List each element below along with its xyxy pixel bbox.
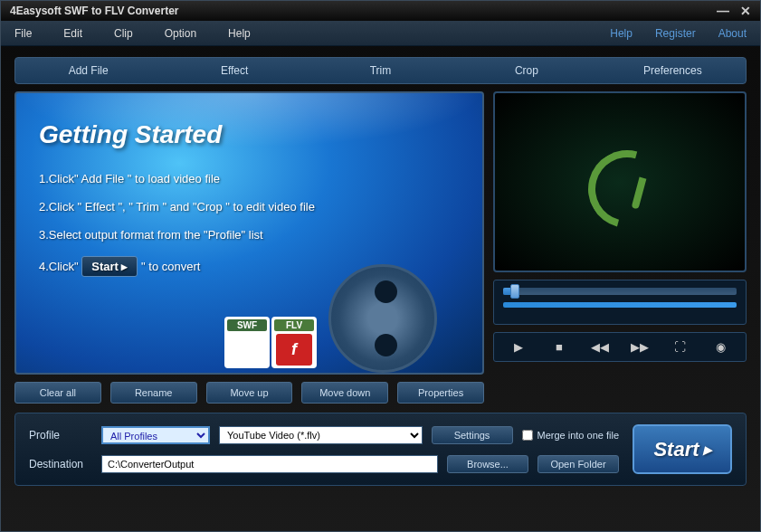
menu-clip[interactable]: Clip xyxy=(114,27,133,40)
destination-label: Destination xyxy=(29,458,92,470)
swf-flv-illustration: SWF FLVf xyxy=(224,317,317,368)
stop-button[interactable]: ■ xyxy=(546,340,573,354)
menu-file[interactable]: File xyxy=(14,27,32,40)
step-3: 3.Select output format from the "Profile… xyxy=(39,228,460,242)
step-1: 1.Click" Add File " to load video file xyxy=(39,172,460,185)
close-button[interactable]: ✕ xyxy=(740,4,751,18)
prev-button[interactable]: ◀◀ xyxy=(586,340,614,354)
menu-help[interactable]: Help xyxy=(228,27,251,40)
link-register[interactable]: Register xyxy=(655,27,696,40)
link-help[interactable]: Help xyxy=(610,27,633,40)
toolbar-effect[interactable]: Effect xyxy=(161,59,307,82)
start-button[interactable]: Start ▸ xyxy=(633,424,732,474)
timeline-handle[interactable] xyxy=(510,284,519,299)
getting-started-panel: Getting Started 1.Click" Add File " to l… xyxy=(14,91,484,375)
merge-label: Merge into one file xyxy=(537,430,620,441)
timeline[interactable] xyxy=(493,280,747,325)
toolbar-add-file[interactable]: Add File xyxy=(15,59,161,82)
toolbar: Add File Effect Trim Crop Preferences xyxy=(14,57,747,84)
video-preview xyxy=(493,91,747,272)
snapshot-button[interactable]: ◉ xyxy=(708,340,735,354)
browse-button[interactable]: Browse... xyxy=(447,455,528,473)
play-button[interactable]: ▶ xyxy=(505,340,532,354)
move-up-button[interactable]: Move up xyxy=(206,382,293,404)
next-button[interactable]: ▶▶ xyxy=(626,340,653,354)
fullscreen-button[interactable]: ⛶ xyxy=(667,340,694,354)
toolbar-preferences[interactable]: Preferences xyxy=(600,59,746,82)
destination-input[interactable] xyxy=(101,455,438,473)
clear-all-button[interactable]: Clear all xyxy=(14,382,101,404)
profile-label: Profile xyxy=(29,429,92,442)
getting-started-title: Getting Started xyxy=(39,120,460,149)
link-about[interactable]: About xyxy=(718,27,747,40)
minimize-button[interactable]: — xyxy=(717,4,729,18)
menubar: File Edit Clip Option Help Help Register… xyxy=(1,21,760,46)
rename-button[interactable]: Rename xyxy=(110,382,197,404)
titlebar: 4Easysoft SWF to FLV Converter — ✕ xyxy=(1,1,760,21)
menu-option[interactable]: Option xyxy=(165,27,196,40)
flv-badge: FLV xyxy=(274,319,314,331)
playback-controls: ▶ ■ ◀◀ ▶▶ ⛶ ◉ xyxy=(493,332,747,362)
film-reel-illustration xyxy=(328,264,464,375)
menu-edit[interactable]: Edit xyxy=(63,27,82,40)
flash-icon: f xyxy=(276,334,312,366)
profile-format-select[interactable]: YouTube Video (*.flv) xyxy=(219,426,423,444)
toolbar-trim[interactable]: Trim xyxy=(308,59,453,82)
profile-category-select[interactable]: All Profiles xyxy=(101,426,210,444)
settings-button[interactable]: Settings xyxy=(432,426,513,444)
timeline-bar xyxy=(503,302,737,308)
step-2: 2.Click " Effect ", " Trim " and "Crop "… xyxy=(39,200,460,214)
play-arrow-icon: ▸ xyxy=(703,440,711,460)
logo-icon xyxy=(584,146,656,218)
toolbar-crop[interactable]: Crop xyxy=(453,59,599,82)
properties-button[interactable]: Properties xyxy=(397,382,484,404)
step-start-button-illustration: Start ▸ xyxy=(81,256,138,277)
swf-badge: SWF xyxy=(227,319,267,331)
move-down-button[interactable]: Move down xyxy=(301,382,388,404)
open-folder-button[interactable]: Open Folder xyxy=(537,455,619,473)
window-title: 4Easysoft SWF to FLV Converter xyxy=(10,5,178,17)
merge-checkbox[interactable] xyxy=(522,430,533,441)
